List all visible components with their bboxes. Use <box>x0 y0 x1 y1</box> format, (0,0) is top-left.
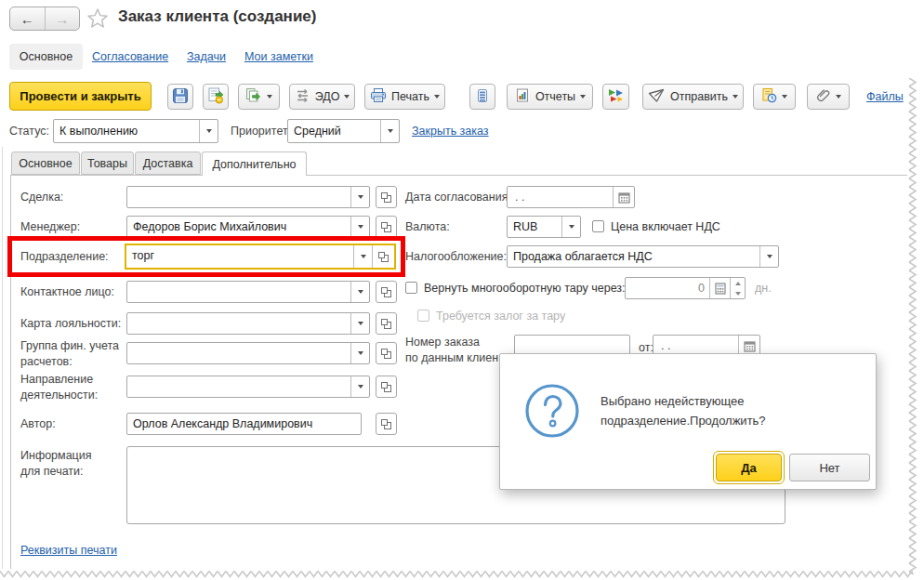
taxation-value[interactable]: Продажа облагается НДС <box>508 246 759 267</box>
discussions-icon <box>608 87 624 106</box>
vat-included-label[interactable]: Цена включает НДС <box>611 216 720 238</box>
post-and-close-button[interactable]: Провести и закрыть <box>9 82 152 111</box>
calendar-icon <box>744 340 756 352</box>
edo-button[interactable]: ЭДО <box>289 84 355 110</box>
discussions-button[interactable] <box>602 84 629 110</box>
spin-up-icon[interactable] <box>731 278 745 288</box>
status-select[interactable]: К выполнению <box>53 119 218 143</box>
chevron-down-icon[interactable] <box>350 217 369 237</box>
chevron-down-icon <box>344 95 350 99</box>
chevron-down-icon[interactable] <box>561 217 580 237</box>
returnable-tare-checkbox[interactable] <box>405 282 417 294</box>
spin-down-icon[interactable] <box>731 288 745 298</box>
send-label: Отправить <box>670 90 728 103</box>
author-open-button[interactable] <box>376 413 397 435</box>
tab-my-notes[interactable]: Мои заметки <box>244 50 313 63</box>
approval-date-calendar-button[interactable] <box>613 187 634 207</box>
contact-field[interactable] <box>126 281 370 303</box>
chevron-down-icon[interactable] <box>759 246 778 267</box>
tare-deposit-checkbox[interactable] <box>417 310 429 322</box>
chevron-down-icon[interactable] <box>380 120 399 142</box>
form-tab-additional[interactable]: Дополнительно <box>202 152 307 176</box>
print-requisites-link[interactable]: Реквизиты печати <box>20 544 117 557</box>
chevron-down-icon[interactable] <box>350 313 369 334</box>
page-title: Заказ клиента (создание) <box>118 7 316 26</box>
activity-open-button[interactable] <box>376 376 397 398</box>
deal-open-button[interactable] <box>376 186 397 208</box>
taxation-field[interactable]: Продажа облагается НДС <box>507 245 779 268</box>
open-window-icon <box>381 192 391 203</box>
manager-field[interactable]: Федоров Борис Михайлович <box>126 216 370 238</box>
reports-button[interactable]: Отчеты <box>507 84 593 110</box>
create-based-on-button[interactable] <box>238 84 280 110</box>
attachments-button[interactable] <box>807 84 850 110</box>
dialog-yes-button[interactable]: Да <box>716 454 782 481</box>
activity-value[interactable] <box>127 376 350 397</box>
chevron-down-icon[interactable] <box>199 120 218 142</box>
fin-group-field[interactable] <box>126 342 370 364</box>
contact-open-button[interactable] <box>376 281 397 303</box>
department-field[interactable]: торг <box>125 244 396 270</box>
tab-main[interactable]: Основное <box>9 44 83 70</box>
activity-field[interactable] <box>126 376 370 398</box>
contact-value[interactable] <box>127 282 350 302</box>
tare-days-field[interactable]: 0 <box>625 277 746 299</box>
form-tab-goods-label: Товары <box>87 157 127 170</box>
print-button[interactable]: Печать <box>364 84 445 110</box>
deal-value[interactable] <box>127 187 350 207</box>
fin-group-label: Группа фин. учета расчетов: <box>20 338 121 370</box>
author-label: Автор: <box>20 413 56 435</box>
priority-select[interactable]: Средний <box>287 119 400 143</box>
chevron-down-icon[interactable] <box>350 343 369 363</box>
tare-days-spinner[interactable] <box>730 278 745 298</box>
dialog-message-line1: Выбрано недействующее <box>601 391 766 411</box>
send-button[interactable]: Отправить <box>642 84 744 110</box>
form-tab-additional-label: Дополнительно <box>213 158 297 171</box>
vat-included-checkbox[interactable] <box>592 220 604 232</box>
loyalty-card-open-button[interactable] <box>376 312 397 335</box>
taxation-label: Налогообложение: <box>405 245 507 268</box>
fin-group-value[interactable] <box>127 343 350 363</box>
chevron-down-icon[interactable] <box>350 187 369 207</box>
currency-field[interactable]: RUB <box>507 216 581 238</box>
loyalty-card-field[interactable] <box>126 312 370 335</box>
chevron-down-icon[interactable] <box>350 282 369 302</box>
form-tab-delivery[interactable]: Доставка <box>135 152 201 175</box>
department-open-button[interactable] <box>372 245 394 268</box>
tare-days-calculator-button[interactable] <box>709 278 730 298</box>
post-document-icon <box>207 87 225 107</box>
manager-label: Менеджер: <box>20 216 80 238</box>
author-field[interactable]: Орлов Александр Владимирович <box>126 413 362 435</box>
favorite-star-button[interactable] <box>86 7 109 32</box>
back-button[interactable]: ← <box>10 7 46 30</box>
files-link[interactable]: Файлы <box>866 90 904 103</box>
loyalty-card-value[interactable] <box>127 313 350 334</box>
manager-open-button[interactable] <box>376 216 397 238</box>
dialog-no-button[interactable]: Нет <box>789 454 870 481</box>
fin-group-open-button[interactable] <box>376 342 397 364</box>
tare-days-value[interactable]: 0 <box>626 278 709 298</box>
activity-label: Направление деятельности: <box>20 372 121 403</box>
currency-value[interactable]: RUB <box>508 217 561 237</box>
post-document-button[interactable] <box>203 84 229 110</box>
document-structure-button[interactable] <box>469 84 495 110</box>
approval-date-field[interactable]: . . <box>507 186 635 208</box>
edo-label: ЭДО <box>315 90 340 103</box>
save-icon <box>172 87 189 107</box>
save-button[interactable] <box>167 84 193 110</box>
returnable-tare-label[interactable]: Вернуть многооборотную тару через: <box>424 277 626 299</box>
reminder-button[interactable] <box>753 84 796 110</box>
manager-value[interactable]: Федоров Борис Михайлович <box>127 217 350 237</box>
tab-approval[interactable]: Согласование <box>92 50 168 63</box>
chevron-down-icon <box>836 95 841 99</box>
approval-date-value[interactable]: . . <box>508 187 613 207</box>
forward-button[interactable]: → <box>46 7 80 30</box>
chevron-down-icon[interactable] <box>353 245 372 268</box>
tab-tasks[interactable]: Задачи <box>187 50 226 63</box>
department-value[interactable]: торг <box>126 245 353 268</box>
form-tab-main[interactable]: Основное <box>11 152 80 175</box>
deal-field[interactable] <box>126 186 370 208</box>
form-tab-goods[interactable]: Товары <box>81 152 134 175</box>
chevron-down-icon[interactable] <box>350 376 369 397</box>
close-order-link[interactable]: Закрыть заказ <box>412 125 489 138</box>
